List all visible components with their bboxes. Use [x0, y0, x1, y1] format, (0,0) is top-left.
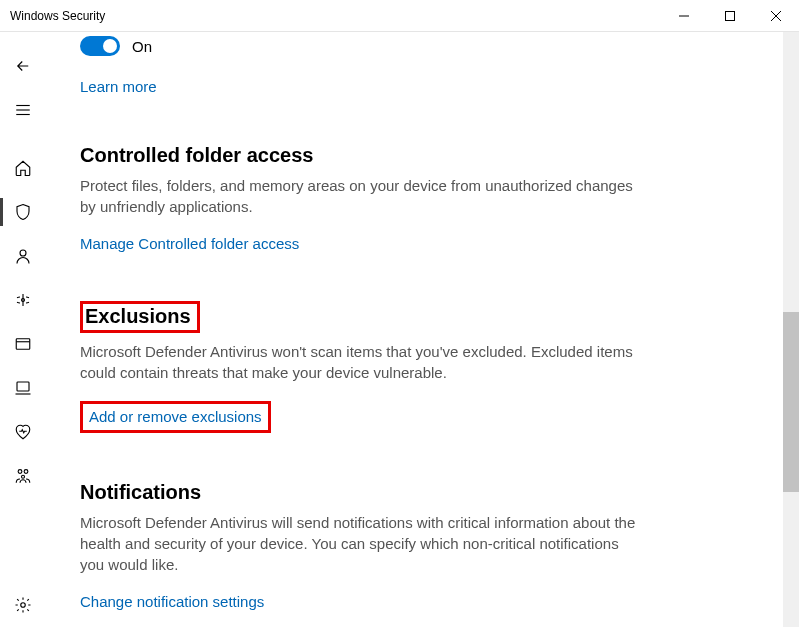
svg-point-14: [24, 470, 28, 474]
toggle-row: On: [80, 36, 765, 56]
window-controls: [661, 0, 799, 32]
section-controlled-folder: Controlled folder access Protect files, …: [80, 144, 765, 253]
main: On Learn more Controlled folder access P…: [0, 32, 799, 627]
sidebar-device-security[interactable]: [0, 366, 46, 410]
section-notifications: Notifications Microsoft Defender Antivir…: [80, 481, 765, 611]
manage-controlled-folder-link[interactable]: Manage Controlled folder access: [80, 235, 299, 252]
learn-more-link[interactable]: Learn more: [80, 78, 157, 95]
titlebar: Windows Security: [0, 0, 799, 32]
toggle-switch[interactable]: [80, 36, 120, 56]
highlight-exclusions-title: Exclusions: [80, 301, 200, 333]
sidebar-firewall[interactable]: [0, 278, 46, 322]
minimize-button[interactable]: [661, 0, 707, 32]
sidebar-home[interactable]: [0, 146, 46, 190]
svg-rect-11: [17, 382, 29, 391]
window-title: Windows Security: [10, 9, 105, 23]
content-area: On Learn more Controlled folder access P…: [46, 32, 799, 627]
sidebar-app-control[interactable]: [0, 322, 46, 366]
sidebar-virus-protection[interactable]: [0, 190, 46, 234]
svg-point-13: [18, 470, 22, 474]
section-exclusions: Exclusions Microsoft Defender Antivirus …: [80, 301, 765, 433]
sidebar-settings[interactable]: [0, 583, 46, 627]
notifications-title: Notifications: [80, 481, 765, 504]
svg-rect-1: [726, 11, 735, 20]
sidebar: [0, 32, 46, 627]
maximize-button[interactable]: [707, 0, 753, 32]
toggle-label: On: [132, 38, 152, 55]
svg-point-16: [21, 603, 26, 608]
notifications-desc: Microsoft Defender Antivirus will send n…: [80, 512, 640, 575]
svg-point-7: [20, 250, 26, 256]
change-notification-settings-link[interactable]: Change notification settings: [80, 593, 264, 610]
controlled-folder-title: Controlled folder access: [80, 144, 765, 167]
back-button[interactable]: [0, 44, 46, 88]
menu-button[interactable]: [0, 88, 46, 132]
sidebar-account-protection[interactable]: [0, 234, 46, 278]
close-button[interactable]: [753, 0, 799, 32]
svg-rect-9: [16, 339, 30, 350]
exclusions-title: Exclusions: [85, 305, 191, 327]
scrollbar-thumb[interactable]: [783, 312, 799, 492]
add-remove-exclusions-link[interactable]: Add or remove exclusions: [89, 408, 262, 425]
controlled-folder-desc: Protect files, folders, and memory areas…: [80, 175, 640, 217]
highlight-exclusions-link: Add or remove exclusions: [80, 401, 271, 433]
svg-point-15: [22, 475, 25, 478]
sidebar-family-options[interactable]: [0, 454, 46, 498]
scrollbar-track[interactable]: [783, 32, 799, 627]
exclusions-desc: Microsoft Defender Antivirus won't scan …: [80, 341, 640, 383]
sidebar-device-health[interactable]: [0, 410, 46, 454]
